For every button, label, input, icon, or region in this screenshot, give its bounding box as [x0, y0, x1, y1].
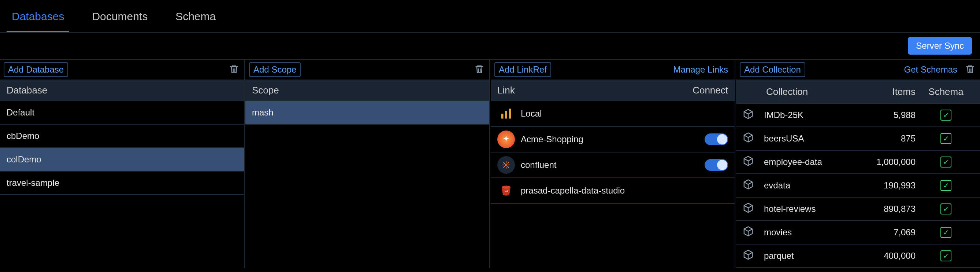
collection-name: IMDb-25K	[764, 110, 847, 120]
link-name: confluent	[521, 160, 699, 170]
tab-documents[interactable]: Documents	[87, 6, 153, 32]
collection-cube-icon	[743, 109, 761, 122]
items-header-label: Items	[850, 86, 916, 98]
collection-items: 875	[850, 133, 916, 144]
collection-row[interactable]: evdata190,993✓	[736, 174, 980, 198]
collection-panel-actions: Add Collection Get Schemas	[736, 60, 980, 80]
database-name: cbDemo	[6, 131, 39, 141]
database-row[interactable]: Default	[0, 101, 244, 125]
link-panel-actions: Add LinkRef Manage Links	[491, 60, 735, 80]
get-schemas-button[interactable]: Get Schemas	[901, 63, 960, 76]
sync-row: Server Sync	[0, 33, 980, 59]
trash-icon	[229, 64, 239, 75]
tab-databases[interactable]: Databases	[6, 6, 69, 32]
delete-collection-button[interactable]	[964, 63, 976, 76]
add-collection-button[interactable]: Add Collection	[740, 62, 805, 77]
database-row[interactable]: cbDemo	[0, 125, 244, 148]
scope-name: mash	[252, 107, 274, 118]
add-linkref-button[interactable]: Add LinkRef	[495, 62, 551, 77]
collection-name: hotel-reviews	[764, 204, 847, 214]
collection-cube-icon	[743, 132, 761, 145]
connect-header-label: Connect	[692, 85, 728, 96]
schema-check-icon: ✓	[940, 133, 951, 144]
collection-row[interactable]: parquet400,000✓	[736, 245, 980, 268]
link-row[interactable]: Local	[491, 101, 735, 127]
link-header: Link Connect	[491, 80, 735, 101]
collection-items: 400,000	[850, 251, 916, 261]
link-row[interactable]: confluent	[491, 152, 735, 178]
scope-header: Scope	[245, 80, 489, 101]
database-panel-actions: Add Database	[0, 60, 244, 80]
collection-header-label: Collection	[764, 86, 847, 98]
add-database-button[interactable]: Add Database	[4, 62, 68, 77]
schema-check-icon: ✓	[940, 227, 951, 238]
collection-cube-icon	[743, 226, 761, 239]
schema-check-icon: ✓	[940, 157, 951, 168]
collection-cube-icon	[743, 202, 761, 216]
collection-items: 1,000,000	[850, 157, 916, 167]
collection-cube-icon	[743, 249, 761, 262]
database-header: Database	[0, 80, 244, 101]
delete-scope-button[interactable]	[473, 63, 485, 76]
collection-panel: Add Collection Get Schemas Collection It…	[736, 60, 980, 268]
server-sync-button[interactable]: Server Sync	[908, 37, 972, 54]
collection-name: employee-data	[764, 157, 847, 167]
link-name: prasad-capella-data-studio	[521, 186, 728, 196]
link-name: Acme-Shopping	[521, 134, 699, 144]
collection-header: Collection Items Schema	[736, 80, 980, 104]
database-row[interactable]: travel-sample	[0, 171, 244, 195]
collection-name: parquet	[764, 251, 847, 261]
collection-items: 890,873	[850, 204, 916, 214]
collection-cube-icon	[743, 155, 761, 169]
scope-row[interactable]: mash	[245, 101, 489, 125]
svg-rect-1	[505, 111, 507, 119]
manage-links-button[interactable]: Manage Links	[671, 63, 731, 76]
svg-text:S3: S3	[504, 189, 508, 192]
database-name: travel-sample	[6, 178, 59, 188]
delete-database-button[interactable]	[228, 63, 240, 76]
tab-schema[interactable]: Schema	[170, 6, 221, 32]
collection-row[interactable]: beersUSA875✓	[736, 127, 980, 150]
schema-check-icon: ✓	[940, 110, 951, 121]
connect-toggle[interactable]	[705, 159, 728, 171]
s3-bucket-icon: S3	[497, 182, 515, 199]
link-row[interactable]: S3prasad-capella-data-studio	[491, 178, 735, 204]
collection-cube-icon	[743, 179, 761, 192]
database-name: Default	[6, 107, 34, 118]
link-row[interactable]: Acme-Shopping	[491, 127, 735, 152]
schema-check-icon: ✓	[940, 180, 951, 191]
add-scope-button[interactable]: Add Scope	[249, 62, 301, 77]
confluent-icon	[497, 156, 515, 174]
database-name: colDemo	[6, 154, 41, 165]
collection-items: 7,069	[850, 227, 916, 238]
collection-row[interactable]: employee-data1,000,000✓	[736, 150, 980, 174]
collection-row[interactable]: IMDb-25K5,988✓	[736, 104, 980, 127]
collection-name: movies	[764, 227, 847, 238]
trash-icon	[474, 64, 485, 75]
link-name: Local	[521, 109, 728, 119]
scope-panel: Add Scope Scope mash	[245, 60, 490, 268]
acme-spark-icon	[497, 131, 515, 148]
connect-toggle[interactable]	[705, 133, 728, 145]
svg-rect-0	[501, 114, 504, 119]
database-panel: Add Database Database DefaultcbDemocolDe…	[0, 60, 245, 268]
panels-grid: Add Database Database DefaultcbDemocolDe…	[0, 59, 980, 268]
svg-point-3	[505, 164, 507, 166]
database-row[interactable]: colDemo	[0, 148, 244, 171]
svg-rect-2	[509, 109, 511, 119]
schema-header-label: Schema	[918, 86, 974, 98]
link-header-label: Link	[497, 85, 692, 96]
schema-check-icon: ✓	[940, 250, 951, 261]
collection-items: 190,993	[850, 180, 916, 190]
local-chart-icon	[497, 105, 515, 122]
database-header-label: Database	[6, 85, 47, 96]
scope-panel-actions: Add Scope	[245, 60, 489, 80]
collection-name: beersUSA	[764, 133, 847, 144]
schema-check-icon: ✓	[940, 203, 951, 214]
top-tabs: Databases Documents Schema	[0, 0, 980, 33]
trash-icon	[965, 64, 975, 75]
collection-row[interactable]: hotel-reviews890,873✓	[736, 198, 980, 221]
collection-row[interactable]: movies7,069✓	[736, 221, 980, 245]
collection-items: 5,988	[850, 110, 916, 120]
collection-name: evdata	[764, 180, 847, 190]
